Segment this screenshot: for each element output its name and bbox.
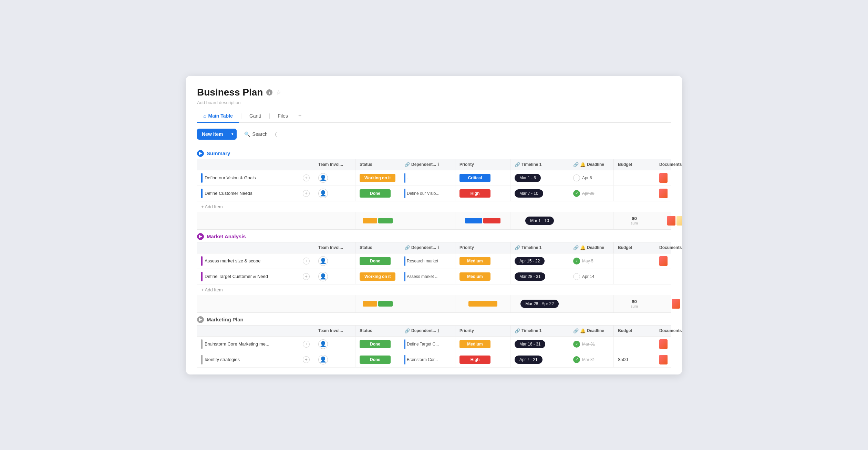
group-market-header[interactable]: ▶ Market Analysis <box>197 230 671 242</box>
deadline-check-empty-1-1 <box>573 273 580 280</box>
cell-priority-1-0[interactable]: Medium <box>455 253 510 269</box>
priority-pill-2-1: High <box>459 356 490 364</box>
avatar-2-1[interactable]: 👤 <box>318 355 328 364</box>
summary-empty-dep-m <box>400 295 455 312</box>
avatar-0-0[interactable]: 👤 <box>318 173 328 183</box>
avatar-0-1[interactable]: 👤 <box>318 189 328 198</box>
add-person-icon-6[interactable]: + <box>303 356 310 363</box>
cell-priority-2-0[interactable]: Medium <box>455 337 510 352</box>
search-button[interactable]: 🔍 Search <box>241 129 271 140</box>
board-container: Business Plan i ☆ Add board description … <box>186 76 682 374</box>
chevron-down-icon[interactable]: ▾ <box>228 129 237 139</box>
tab-main-table[interactable]: ⌂ Main Table <box>197 110 239 123</box>
star-icon[interactable]: ☆ <box>276 89 281 96</box>
cell-name-0-1: Define Customer Needs + <box>197 186 314 201</box>
cell-doc-2-0 <box>655 337 682 352</box>
col-docs-label-mk: Documents <box>659 328 682 333</box>
avatar-1-0[interactable]: 👤 <box>318 256 328 266</box>
deadline-check-green-0-1: ✓ <box>573 190 580 197</box>
avatar-1-1[interactable]: 👤 <box>318 272 328 281</box>
tab-add-button[interactable]: + <box>294 110 306 122</box>
status-pill-0-0: Working on it <box>360 174 395 182</box>
status-pill-1-0: Done <box>360 257 391 265</box>
col-priority-label-m: Priority <box>459 245 474 250</box>
col-docs-m: Documents <box>655 242 682 253</box>
col-dep-label-mk: Dependent... <box>411 328 436 333</box>
info-icon[interactable]: i <box>266 89 272 96</box>
doc-icon-2-1[interactable] <box>659 355 668 364</box>
avatar-2-0[interactable]: 👤 <box>318 339 328 349</box>
tab-files[interactable]: Files <box>271 110 294 123</box>
status-bars <box>363 218 393 223</box>
doc-icon-sum-2[interactable] <box>676 216 682 226</box>
summary-empty-name <box>197 212 314 229</box>
cell-team-2-1: 👤 <box>314 352 355 367</box>
add-person-icon[interactable]: + <box>303 174 310 181</box>
cell-dep-1-0: Research market <box>400 253 455 269</box>
summary-empty-team-m <box>314 295 355 312</box>
tab-gantt[interactable]: Gantt <box>243 110 267 123</box>
col-team-mk: Team Invol... <box>314 326 355 336</box>
bar-orange-1 <box>363 218 377 223</box>
cell-dep-0-1: Define our Visio... <box>400 186 455 201</box>
col-team-label-m: Team Invol... <box>318 245 343 250</box>
deadline-text-2-1: Mar 31 <box>582 357 595 362</box>
cell-dep-2-1: Brainstorm Cor... <box>400 352 455 367</box>
cell-priority-2-1[interactable]: High <box>455 352 510 367</box>
cell-doc-0-1 <box>655 186 682 201</box>
cell-status-0-1[interactable]: Done <box>355 186 400 201</box>
table-row: Define our Vision & Goals + 👤 Working on… <box>197 170 671 186</box>
new-item-button[interactable]: New Item ▾ <box>197 129 237 140</box>
board-description[interactable]: Add board description <box>197 100 671 105</box>
doc-icon-sum-m[interactable] <box>672 299 680 309</box>
summary-priority-bars <box>455 212 510 229</box>
add-person-icon-4[interactable]: + <box>303 273 310 280</box>
link-icon-m: 🔗 <box>404 245 410 250</box>
cell-status-2-1[interactable]: Done <box>355 352 400 367</box>
toolbar-extra: ( <box>275 131 277 137</box>
bar-blue-1 <box>465 218 482 223</box>
cell-status-2-0[interactable]: Done <box>355 337 400 352</box>
cell-name-2-1: Identify strategies + <box>197 352 314 367</box>
deadline-text-1-0: May 5 <box>582 259 593 263</box>
group-bar-gray-2 <box>201 355 203 364</box>
timeline-1-0: Apr 15 - 22 <box>515 257 545 265</box>
col-priority-mk: Priority <box>455 326 510 336</box>
add-person-icon-2[interactable]: + <box>303 190 310 197</box>
doc-icon-sum-1[interactable] <box>667 216 675 226</box>
cell-status-1-1[interactable]: Working on it <box>355 269 400 284</box>
timeline-0-0: Mar 1 - 6 <box>515 174 541 182</box>
add-person-icon-5[interactable]: + <box>303 341 310 348</box>
col-team-label-mk: Team Invol... <box>318 328 343 333</box>
doc-icon-2-0[interactable] <box>659 339 668 349</box>
cell-priority-0-1[interactable]: High <box>455 186 510 201</box>
cell-timeline-1-0: Apr 15 - 22 <box>510 253 569 269</box>
table-row: Define Customer Needs + 👤 Done Define ou… <box>197 186 671 201</box>
cell-status-1-0[interactable]: Done <box>355 253 400 269</box>
cell-status-0-0[interactable]: Working on it <box>355 170 400 186</box>
summary-budget-m: $0 sum <box>614 295 655 312</box>
link-icon-3mk: 🔗 <box>573 328 579 333</box>
group-marketing-header[interactable]: ▶ Marketing Plan <box>197 313 671 325</box>
sum-amount: $0 <box>631 216 638 221</box>
add-item-row-summary[interactable]: + Add Item <box>197 201 671 212</box>
doc-icon-0-1[interactable] <box>659 189 668 198</box>
col-budget-label-mk: Budget <box>618 328 632 333</box>
group-market: ▶ Market Analysis Team Invol... Status 🔗… <box>197 230 671 313</box>
link-icon-3: 🔗 <box>573 162 579 167</box>
summary-status-bars-m <box>355 295 400 312</box>
cell-priority-0-0[interactable]: Critical <box>455 170 510 186</box>
summary-timeline: Mar 1 - 10 <box>510 212 569 229</box>
doc-icon-1-0[interactable] <box>659 256 668 266</box>
group-bar-blue <box>201 173 203 183</box>
priority-bars-m <box>468 301 497 307</box>
col-team-m: Team Invol... <box>314 242 355 253</box>
col-timeline-label-m: Timeline 1 <box>521 245 541 250</box>
group-summary-header[interactable]: ▶ Summary <box>197 147 671 159</box>
add-item-row-market[interactable]: + Add Item <box>197 284 671 295</box>
add-person-icon-3[interactable]: + <box>303 258 310 264</box>
cell-name-0-0: Define our Vision & Goals + <box>197 170 314 186</box>
info-col-icon-m: ℹ <box>437 245 439 250</box>
cell-priority-1-1[interactable]: Medium <box>455 269 510 284</box>
doc-icon-0-0[interactable] <box>659 173 668 183</box>
